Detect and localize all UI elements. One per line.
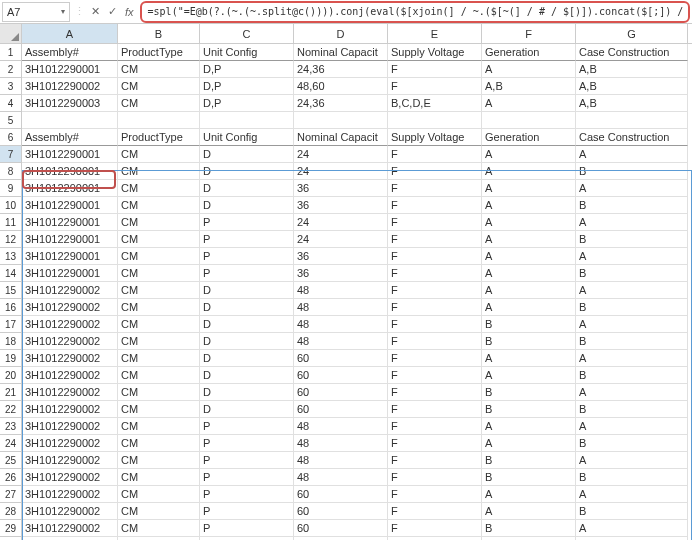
- cell[interactable]: 48: [294, 299, 388, 316]
- chevron-down-icon[interactable]: ▾: [61, 7, 65, 16]
- row-header[interactable]: 17: [0, 316, 22, 333]
- cell[interactable]: A: [482, 231, 576, 248]
- formula-input[interactable]: =spl("=E@b(?.(~.(~.split@c()))).conj(eva…: [140, 1, 690, 23]
- enter-icon[interactable]: ✓: [104, 5, 121, 18]
- cell[interactable]: [22, 112, 118, 129]
- cell[interactable]: A: [482, 299, 576, 316]
- name-box[interactable]: A7 ▾: [2, 2, 70, 22]
- cell[interactable]: 3H1012290002: [22, 78, 118, 95]
- row-header[interactable]: 14: [0, 265, 22, 282]
- row-header[interactable]: 4: [0, 95, 22, 112]
- cell[interactable]: CM: [118, 248, 200, 265]
- cell[interactable]: 3H1012290001: [22, 265, 118, 282]
- cell[interactable]: D: [200, 367, 294, 384]
- col-header[interactable]: D: [294, 24, 388, 43]
- cell[interactable]: 60: [294, 486, 388, 503]
- cell[interactable]: D: [200, 299, 294, 316]
- cell[interactable]: D,P: [200, 78, 294, 95]
- cell[interactable]: 3H1012290001: [22, 146, 118, 163]
- cell[interactable]: B: [482, 452, 576, 469]
- cell[interactable]: F: [388, 282, 482, 299]
- cell[interactable]: F: [388, 452, 482, 469]
- cell[interactable]: P: [200, 520, 294, 537]
- cell[interactable]: A: [576, 452, 688, 469]
- cell[interactable]: B: [482, 520, 576, 537]
- cell[interactable]: B: [576, 367, 688, 384]
- cell[interactable]: 3H1012290001: [22, 231, 118, 248]
- cell[interactable]: F: [388, 265, 482, 282]
- cell[interactable]: P: [200, 265, 294, 282]
- row-header[interactable]: 1: [0, 44, 22, 61]
- cell[interactable]: 3H1012290001: [22, 197, 118, 214]
- cell[interactable]: Nominal Capacit: [294, 129, 388, 146]
- cell[interactable]: P: [200, 469, 294, 486]
- cell[interactable]: CM: [118, 520, 200, 537]
- row-header[interactable]: 7: [0, 146, 22, 163]
- cell[interactable]: F: [388, 231, 482, 248]
- cell[interactable]: Supply Voltage: [388, 44, 482, 61]
- cell[interactable]: F: [388, 333, 482, 350]
- cell[interactable]: P: [200, 452, 294, 469]
- cell[interactable]: D: [200, 163, 294, 180]
- cell[interactable]: D: [200, 333, 294, 350]
- cell[interactable]: Case Construction: [576, 44, 688, 61]
- cell[interactable]: F: [388, 248, 482, 265]
- cell[interactable]: A: [576, 418, 688, 435]
- cell[interactable]: A: [482, 367, 576, 384]
- cell[interactable]: 3H1012290002: [22, 333, 118, 350]
- cell[interactable]: F: [388, 435, 482, 452]
- cell[interactable]: A: [576, 282, 688, 299]
- cell[interactable]: A: [482, 61, 576, 78]
- cell[interactable]: Generation: [482, 129, 576, 146]
- col-header[interactable]: A: [22, 24, 118, 43]
- cell[interactable]: 48: [294, 282, 388, 299]
- cell[interactable]: [200, 112, 294, 129]
- cell[interactable]: 3H1012290002: [22, 520, 118, 537]
- cell[interactable]: 36: [294, 265, 388, 282]
- cell[interactable]: CM: [118, 469, 200, 486]
- cell[interactable]: 3H1012290001: [22, 180, 118, 197]
- cell[interactable]: CM: [118, 146, 200, 163]
- cell[interactable]: [118, 112, 200, 129]
- cell[interactable]: A,B: [576, 61, 688, 78]
- cell[interactable]: 24,36: [294, 95, 388, 112]
- cell[interactable]: A: [482, 95, 576, 112]
- cell[interactable]: 3H1012290001: [22, 163, 118, 180]
- cell[interactable]: CM: [118, 78, 200, 95]
- cell[interactable]: A: [482, 503, 576, 520]
- cell[interactable]: B: [576, 333, 688, 350]
- cell[interactable]: 3H1012290002: [22, 452, 118, 469]
- cell[interactable]: A: [482, 265, 576, 282]
- cell[interactable]: 3H1012290002: [22, 435, 118, 452]
- cell[interactable]: [388, 112, 482, 129]
- row-header[interactable]: 3: [0, 78, 22, 95]
- cell[interactable]: A: [482, 180, 576, 197]
- cell[interactable]: 3H1012290002: [22, 401, 118, 418]
- cell[interactable]: D: [200, 350, 294, 367]
- cell[interactable]: B: [482, 316, 576, 333]
- cell[interactable]: CM: [118, 316, 200, 333]
- cell[interactable]: D: [200, 197, 294, 214]
- cell[interactable]: 3H1012290002: [22, 282, 118, 299]
- cell[interactable]: P: [200, 231, 294, 248]
- cell[interactable]: A: [482, 435, 576, 452]
- cell[interactable]: B: [576, 469, 688, 486]
- cell[interactable]: D: [200, 401, 294, 418]
- cancel-icon[interactable]: ✕: [87, 5, 104, 18]
- row-header[interactable]: 22: [0, 401, 22, 418]
- cell[interactable]: D: [200, 282, 294, 299]
- cell[interactable]: CM: [118, 282, 200, 299]
- cell[interactable]: CM: [118, 163, 200, 180]
- cell[interactable]: D: [200, 180, 294, 197]
- cell[interactable]: A: [482, 350, 576, 367]
- cell[interactable]: F: [388, 299, 482, 316]
- cell[interactable]: 24: [294, 214, 388, 231]
- cell[interactable]: CM: [118, 61, 200, 78]
- cell[interactable]: A: [482, 214, 576, 231]
- cell[interactable]: CM: [118, 367, 200, 384]
- cell[interactable]: 3H1012290002: [22, 418, 118, 435]
- cell[interactable]: D,P: [200, 95, 294, 112]
- cell[interactable]: B: [482, 469, 576, 486]
- cell[interactable]: 24: [294, 146, 388, 163]
- cell[interactable]: A: [576, 486, 688, 503]
